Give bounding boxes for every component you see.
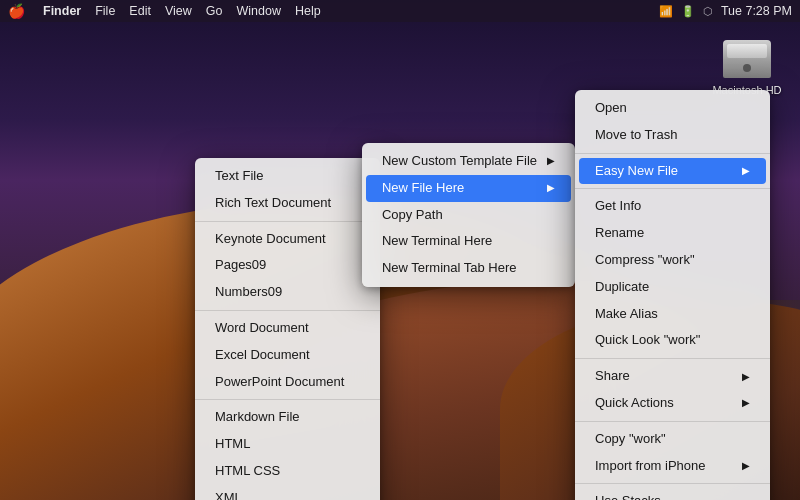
- menu-pages[interactable]: Pages09: [195, 252, 380, 279]
- menu-new-file-here[interactable]: New File Here ▶: [366, 175, 571, 202]
- menu-rich-text[interactable]: Rich Text Document: [195, 190, 380, 217]
- menu-view[interactable]: View: [165, 4, 192, 18]
- menu-text-file[interactable]: Text File: [195, 163, 380, 190]
- sep3: [575, 358, 770, 359]
- menu-file[interactable]: File: [95, 4, 115, 18]
- macintosh-hd-icon[interactable]: Macintosh HD: [712, 38, 782, 96]
- menu-easy-new-file[interactable]: Easy New File ▶: [579, 158, 766, 185]
- menu-numbers[interactable]: Numbers09: [195, 279, 380, 306]
- hd-drive-graphic: [723, 40, 771, 78]
- menubar-left: 🍎 Finder File Edit View Go Window Help: [8, 3, 321, 19]
- menu-quick-look[interactable]: Quick Look "work": [575, 327, 770, 354]
- menu-go[interactable]: Go: [206, 4, 223, 18]
- battery-icon: 🔋: [681, 5, 695, 18]
- menu-excel[interactable]: Excel Document: [195, 342, 380, 369]
- separator3: [195, 399, 380, 400]
- menu-rename[interactable]: Rename: [575, 220, 770, 247]
- submenu-arrow: ▶: [547, 153, 555, 169]
- app-name[interactable]: Finder: [43, 4, 81, 18]
- menu-duplicate[interactable]: Duplicate: [575, 274, 770, 301]
- menubar-right: 📶 🔋 ⬡ Tue 7:28 PM: [659, 4, 792, 18]
- menu-powerpoint[interactable]: PowerPoint Document: [195, 369, 380, 396]
- sep5: [575, 483, 770, 484]
- menu-new-terminal-tab[interactable]: New Terminal Tab Here: [362, 255, 575, 282]
- menu-custom-template[interactable]: New Custom Template File ▶: [362, 148, 575, 175]
- menu-compress[interactable]: Compress "work": [575, 247, 770, 274]
- arrow-share: ▶: [742, 369, 750, 385]
- menu-copy-work[interactable]: Copy "work": [575, 426, 770, 453]
- menu-html-css[interactable]: HTML CSS: [195, 458, 380, 485]
- menu-help[interactable]: Help: [295, 4, 321, 18]
- arrow-quick-actions: ▶: [742, 395, 750, 411]
- menu-new-terminal[interactable]: New Terminal Here: [362, 228, 575, 255]
- sep4: [575, 421, 770, 422]
- submenu-arrow2: ▶: [547, 180, 555, 196]
- menu-window[interactable]: Window: [236, 4, 280, 18]
- main-context-menu: Open Move to Trash Easy New File ▶ Get I…: [575, 90, 770, 500]
- menu-markdown[interactable]: Markdown File: [195, 404, 380, 431]
- bluetooth-icon: ⬡: [703, 5, 713, 18]
- menu-make-alias[interactable]: Make Alias: [575, 301, 770, 328]
- menu-edit[interactable]: Edit: [129, 4, 151, 18]
- menu-xml[interactable]: XML: [195, 485, 380, 500]
- menu-html[interactable]: HTML: [195, 431, 380, 458]
- hd-icon-img: [723, 38, 771, 80]
- sep1: [575, 153, 770, 154]
- apple-menu-icon[interactable]: 🍎: [8, 3, 25, 19]
- menu-use-stacks[interactable]: Use Stacks: [575, 488, 770, 500]
- menu-share[interactable]: Share ▶: [575, 363, 770, 390]
- submenu-easy-new-file: New Custom Template File ▶ New File Here…: [362, 143, 575, 287]
- wifi-icon: 📶: [659, 5, 673, 18]
- sep2: [575, 188, 770, 189]
- separator2: [195, 310, 380, 311]
- menu-move-to-trash[interactable]: Move to Trash: [575, 122, 770, 149]
- arrow-easy-new-file: ▶: [742, 163, 750, 179]
- menu-quick-actions[interactable]: Quick Actions ▶: [575, 390, 770, 417]
- arrow-import: ▶: [742, 458, 750, 474]
- clock-display: Tue 7:28 PM: [721, 4, 792, 18]
- menu-copy-path[interactable]: Copy Path: [362, 202, 575, 229]
- submenu-new-file-here: Text File Rich Text Document Keynote Doc…: [195, 158, 380, 500]
- menu-import-iphone[interactable]: Import from iPhone ▶: [575, 453, 770, 480]
- menubar: 🍎 Finder File Edit View Go Window Help 📶…: [0, 0, 800, 22]
- separator: [195, 221, 380, 222]
- menu-open[interactable]: Open: [575, 95, 770, 122]
- menu-word[interactable]: Word Document: [195, 315, 380, 342]
- menu-get-info[interactable]: Get Info: [575, 193, 770, 220]
- menu-keynote[interactable]: Keynote Document: [195, 226, 380, 253]
